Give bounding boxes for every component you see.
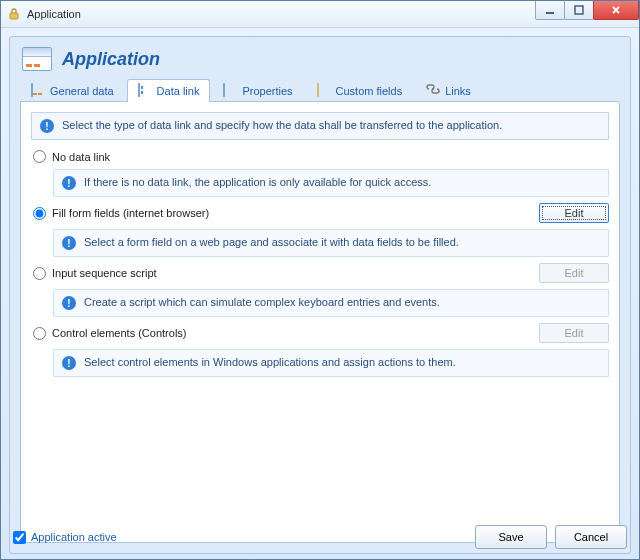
links-icon bbox=[426, 84, 440, 98]
info-icon: ! bbox=[62, 296, 76, 310]
data-link-icon bbox=[138, 84, 152, 98]
titlebar: Application bbox=[1, 1, 639, 28]
svg-rect-1 bbox=[546, 12, 554, 14]
tab-label: Links bbox=[445, 85, 471, 97]
window-buttons bbox=[536, 1, 639, 20]
option-label[interactable]: Input sequence script bbox=[52, 267, 157, 279]
dialog-header: Application bbox=[22, 47, 620, 71]
option-label[interactable]: Fill form fields (internet browser) bbox=[52, 207, 209, 219]
edit-button: Edit bbox=[539, 323, 609, 343]
custom-fields-icon bbox=[317, 84, 331, 98]
option-description: ! If there is no data link, the applicat… bbox=[53, 169, 609, 197]
edit-button: Edit bbox=[539, 263, 609, 283]
tab-strip: General data Data link Properties Custom… bbox=[20, 79, 620, 102]
minimize-button[interactable] bbox=[535, 1, 565, 20]
info-icon: ! bbox=[62, 356, 76, 370]
info-icon: ! bbox=[62, 236, 76, 250]
tab-general-data[interactable]: General data bbox=[20, 79, 125, 102]
tab-custom-fields[interactable]: Custom fields bbox=[306, 79, 414, 102]
tab-label: Data link bbox=[157, 85, 200, 97]
option-control-elements: Control elements (Controls) Edit ! Selec… bbox=[31, 323, 609, 377]
lock-icon bbox=[7, 7, 21, 21]
tab-links[interactable]: Links bbox=[415, 79, 482, 102]
page-title: Application bbox=[62, 49, 160, 70]
info-banner: ! Select the type of data link and speci… bbox=[31, 112, 609, 140]
option-description: ! Select control elements in Windows app… bbox=[53, 349, 609, 377]
info-icon: ! bbox=[62, 176, 76, 190]
radio-no-data-link[interactable] bbox=[33, 150, 46, 163]
option-label[interactable]: Control elements (Controls) bbox=[52, 327, 187, 339]
application-active-label[interactable]: Application active bbox=[31, 531, 117, 543]
radio-fill-form-fields[interactable] bbox=[33, 207, 46, 220]
option-label[interactable]: No data link bbox=[52, 151, 110, 163]
tab-label: General data bbox=[50, 85, 114, 97]
info-icon: ! bbox=[40, 119, 54, 133]
tab-properties[interactable]: Properties bbox=[212, 79, 303, 102]
radio-control-elements[interactable] bbox=[33, 327, 46, 340]
tab-label: Properties bbox=[242, 85, 292, 97]
save-button[interactable]: Save bbox=[475, 525, 547, 549]
dialog-body: Application General data Data link Prope… bbox=[9, 36, 631, 554]
tab-panel-data-link: ! Select the type of data link and speci… bbox=[20, 101, 620, 543]
option-no-data-link: No data link ! If there is no data link,… bbox=[31, 150, 609, 197]
close-button[interactable] bbox=[593, 1, 639, 20]
option-description: ! Create a script which can simulate com… bbox=[53, 289, 609, 317]
tab-data-link[interactable]: Data link bbox=[127, 79, 211, 102]
svg-rect-0 bbox=[10, 13, 18, 19]
dialog-window: Application Application General data Dat… bbox=[0, 0, 640, 560]
tab-label: Custom fields bbox=[336, 85, 403, 97]
edit-button[interactable]: Edit bbox=[539, 203, 609, 223]
info-text: Select the type of data link and specify… bbox=[62, 119, 502, 131]
option-fill-form-fields: Fill form fields (internet browser) Edit… bbox=[31, 203, 609, 257]
application-active-checkbox[interactable] bbox=[13, 531, 26, 544]
option-input-sequence-script: Input sequence script Edit ! Create a sc… bbox=[31, 263, 609, 317]
radio-input-sequence-script[interactable] bbox=[33, 267, 46, 280]
document-icon bbox=[31, 84, 45, 98]
svg-rect-2 bbox=[575, 6, 583, 14]
cancel-button[interactable]: Cancel bbox=[555, 525, 627, 549]
maximize-button[interactable] bbox=[564, 1, 594, 20]
window-title: Application bbox=[27, 8, 81, 20]
properties-icon bbox=[223, 84, 237, 98]
application-icon bbox=[22, 47, 52, 71]
option-description: ! Select a form field on a web page and … bbox=[53, 229, 609, 257]
dialog-footer: Application active Save Cancel bbox=[13, 525, 627, 549]
